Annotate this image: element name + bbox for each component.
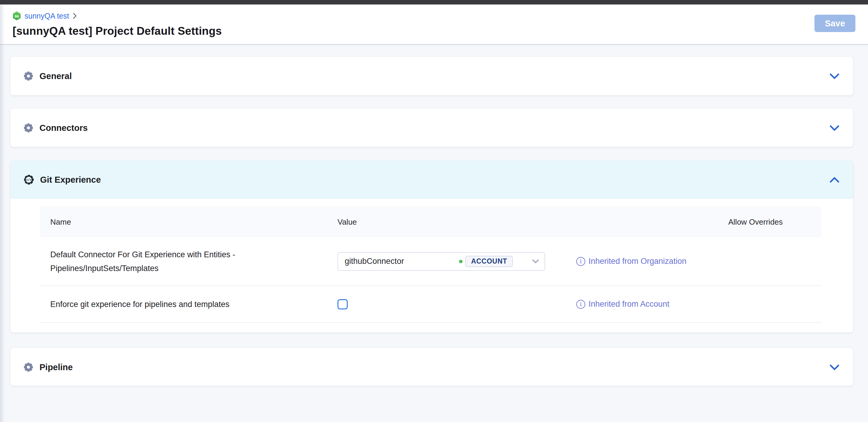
default-connector-select[interactable]: githubConnector ACCOUNT — [338, 252, 545, 271]
gear-icon — [24, 72, 33, 81]
setting-name: Enforce git experience for pipelines and… — [40, 298, 338, 311]
accordion-header-connectors[interactable]: Connectors — [10, 109, 853, 147]
section-title-pipeline: Pipeline — [39, 362, 73, 372]
page-header: sunnyQA test [sunnyQA test] Project Defa… — [0, 4, 868, 45]
inherited-from-account[interactable]: Inherited from Account — [576, 300, 669, 309]
top-window-bar — [0, 0, 868, 4]
left-edge-shadow — [0, 4, 5, 422]
save-button[interactable]: Save — [814, 15, 856, 32]
breadcrumb-project-link[interactable]: sunnyQA test — [25, 12, 69, 20]
git-settings-gear-icon — [24, 175, 33, 185]
gear-icon — [24, 123, 33, 132]
table-header-row: Name Value Allow Overrides — [40, 207, 822, 237]
section-card-pipeline: Pipeline — [10, 348, 853, 386]
accordion-header-pipeline[interactable]: Pipeline — [10, 348, 853, 386]
column-header-allow-overrides: Allow Overrides — [728, 218, 822, 227]
chevron-right-icon — [73, 12, 77, 19]
chevron-down-icon[interactable] — [829, 125, 840, 131]
section-card-connectors: Connectors — [10, 109, 853, 147]
column-header-name: Name — [40, 218, 338, 227]
accordion-header-general[interactable]: General — [10, 57, 853, 95]
inherited-label: Inherited from Account — [589, 300, 669, 309]
info-icon — [576, 257, 585, 266]
project-icon — [12, 11, 21, 20]
git-settings-table: Name Value Allow Overrides Default Conne… — [40, 207, 822, 323]
section-title-git-experience: Git Experience — [40, 175, 101, 185]
chevron-down-icon — [532, 259, 539, 263]
section-title-connectors: Connectors — [39, 123, 88, 133]
info-icon — [576, 300, 585, 309]
gear-icon — [24, 363, 33, 372]
chevron-down-icon[interactable] — [829, 73, 840, 79]
selected-connector-value: githubConnector — [345, 257, 404, 266]
enforce-git-experience-checkbox[interactable] — [338, 299, 348, 309]
section-card-general: General — [10, 57, 853, 95]
connector-status-dot — [459, 260, 463, 263]
table-row: Enforce git experience for pipelines and… — [40, 286, 822, 323]
inherited-label: Inherited from Organization — [589, 257, 686, 266]
breadcrumb[interactable]: sunnyQA test — [12, 11, 856, 21]
scope-badge: ACCOUNT — [465, 256, 513, 267]
setting-name: Default Connector For Git Experience wit… — [40, 248, 338, 275]
chevron-up-icon[interactable] — [829, 177, 840, 183]
chevron-down-icon[interactable] — [829, 364, 840, 370]
table-row: Default Connector For Git Experience wit… — [40, 237, 822, 286]
section-card-git-experience: Git Experience Name Value Allow Override… — [10, 161, 853, 333]
accordion-header-git-experience[interactable]: Git Experience — [10, 161, 853, 199]
column-header-value: Value — [338, 218, 728, 227]
section-title-general: General — [39, 71, 72, 81]
inherited-from-organization[interactable]: Inherited from Organization — [576, 257, 686, 266]
page-title: [sunnyQA test] Project Default Settings — [12, 25, 856, 37]
